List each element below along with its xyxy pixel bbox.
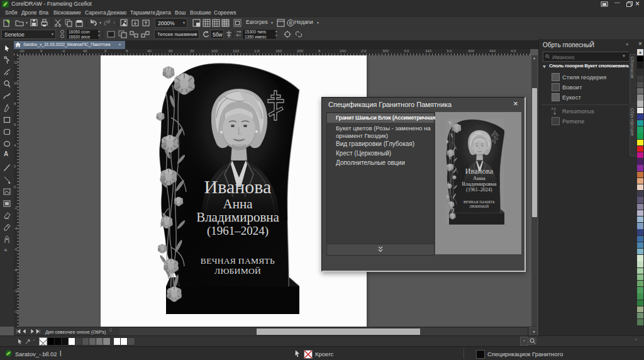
svg-text:Владимировна: Владимировна (196, 210, 279, 225)
svg-text:Иванова: Иванова (204, 176, 272, 197)
svg-text:ЛЮБИМОЙ: ЛЮБИМОЙ (214, 266, 261, 276)
svg-text:B: B (289, 21, 292, 25)
svg-text:ВЕЧНАЯ ПАМЯТЬ: ВЕЧНАЯ ПАМЯТЬ (201, 256, 275, 266)
svg-text:(1961–2024): (1961–2024) (207, 224, 269, 238)
svg-text:F,K: F,K (552, 107, 557, 111)
